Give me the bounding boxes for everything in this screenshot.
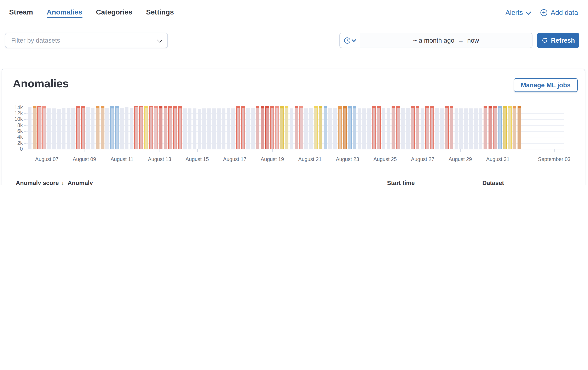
anomaly-histogram-bar[interactable]	[81, 106, 85, 149]
anomaly-histogram-bar[interactable]	[479, 106, 483, 149]
anomaly-histogram-bar[interactable]	[440, 106, 444, 149]
anomaly-histogram-bar[interactable]	[464, 106, 468, 149]
anomaly-histogram-bar[interactable]	[333, 106, 337, 149]
anomaly-histogram-bar[interactable]	[226, 106, 231, 149]
anomaly-histogram-bar[interactable]	[372, 106, 376, 149]
anomaly-histogram-bar[interactable]	[406, 106, 410, 149]
anomaly-histogram-bar[interactable]	[66, 106, 70, 149]
date-range-field[interactable]: ~ a month ago → now	[360, 33, 532, 48]
anomaly-histogram-bar[interactable]	[270, 106, 274, 149]
anomaly-histogram-bar[interactable]	[236, 106, 240, 149]
anomaly-histogram-bar[interactable]	[396, 106, 400, 149]
add-data-button[interactable]: Add data	[540, 9, 578, 16]
anomaly-histogram-bar[interactable]	[144, 106, 148, 149]
anomaly-histogram-bar[interactable]	[469, 106, 473, 149]
anomaly-histogram-bar[interactable]	[178, 106, 182, 149]
anomaly-histogram-bar[interactable]	[299, 106, 303, 149]
anomaly-histogram-bar[interactable]	[57, 106, 61, 149]
manage-ml-jobs-button[interactable]: Manage ML jobs	[514, 78, 578, 92]
refresh-button[interactable]: Refresh	[537, 33, 579, 48]
tab-settings[interactable]: Settings	[146, 0, 174, 25]
anomaly-histogram-bar[interactable]	[32, 106, 36, 149]
anomaly-histogram-bar[interactable]	[86, 106, 90, 149]
anomaly-histogram-bar[interactable]	[294, 106, 298, 149]
anomaly-histogram-bar[interactable]	[125, 106, 129, 149]
anomaly-histogram-bar[interactable]	[110, 106, 114, 149]
anomaly-histogram-bar[interactable]	[488, 106, 492, 149]
anomaly-histogram-bar[interactable]	[323, 106, 327, 149]
anomaly-histogram-bar[interactable]	[435, 106, 439, 149]
anomaly-histogram-bar[interactable]	[280, 106, 284, 149]
anomaly-histogram-bar[interactable]	[503, 106, 507, 149]
anomaly-histogram-bar[interactable]	[508, 106, 512, 149]
anomaly-histogram-bar[interactable]	[261, 106, 264, 149]
anomaly-histogram-bar[interactable]	[483, 106, 487, 149]
anomaly-histogram-bar[interactable]	[139, 106, 143, 149]
anomaly-histogram-bar[interactable]	[343, 106, 347, 149]
anomaly-histogram-bar[interactable]	[387, 106, 390, 149]
anomaly-histogram-bar[interactable]	[362, 106, 366, 149]
anomaly-histogram-bar[interactable]	[391, 106, 395, 149]
anomaly-histogram-bar[interactable]	[348, 106, 352, 149]
date-range-start[interactable]: ~ a month ago	[413, 37, 454, 44]
anomaly-histogram-bar[interactable]	[401, 106, 405, 149]
anomaly-histogram-bar[interactable]	[96, 106, 100, 149]
anomaly-histogram-bar[interactable]	[445, 106, 449, 149]
anomaly-histogram-bar[interactable]	[246, 106, 250, 149]
tab-stream[interactable]: Stream	[9, 0, 33, 25]
date-range-end[interactable]: now	[467, 37, 479, 44]
anomaly-histogram-bar[interactable]	[212, 106, 216, 149]
quick-select-button[interactable]	[340, 33, 360, 48]
column-header-anomaly-score[interactable]: Anomaly score ↓	[12, 180, 64, 185]
anomaly-histogram-bar[interactable]	[275, 106, 279, 149]
anomaly-histogram-bar[interactable]	[217, 106, 221, 149]
anomaly-histogram-bar[interactable]	[72, 106, 75, 149]
anomaly-histogram-bar[interactable]	[129, 106, 133, 149]
anomaly-histogram-bar[interactable]	[285, 106, 289, 149]
anomaly-histogram-bar[interactable]	[105, 106, 109, 149]
anomaly-histogram-bar[interactable]	[222, 106, 226, 149]
anomaly-histogram-bar[interactable]	[517, 106, 521, 149]
anomaly-histogram-bar[interactable]	[251, 106, 255, 149]
anomaly-histogram-bar[interactable]	[62, 106, 66, 149]
anomaly-histogram-bar[interactable]	[256, 106, 260, 149]
anomaly-histogram-bar[interactable]	[202, 106, 206, 149]
anomaly-histogram-bar[interactable]	[459, 106, 463, 149]
anomaly-histogram-bar[interactable]	[411, 106, 415, 149]
anomaly-histogram-bar[interactable]	[454, 106, 458, 149]
anomaly-histogram-bar[interactable]	[450, 106, 453, 149]
anomaly-histogram-bar[interactable]	[319, 106, 323, 149]
anomaly-histogram-bar[interactable]	[159, 106, 163, 149]
anomaly-histogram-bar[interactable]	[367, 106, 371, 149]
anomaly-histogram-bar[interactable]	[101, 106, 105, 149]
anomaly-histogram-bar[interactable]	[513, 106, 516, 149]
anomaly-histogram-bar[interactable]	[149, 106, 153, 149]
anomaly-histogram-bar[interactable]	[231, 106, 235, 149]
anomaly-histogram-bar[interactable]	[309, 106, 313, 149]
anomaly-histogram-bar[interactable]	[328, 106, 332, 149]
anomaly-histogram-bar[interactable]	[304, 106, 308, 149]
anomaly-histogram-bar[interactable]	[76, 106, 80, 149]
anomaly-histogram-bar[interactable]	[193, 106, 197, 149]
anomaly-histogram-bar[interactable]	[338, 106, 342, 149]
anomaly-histogram-bar[interactable]	[42, 106, 46, 149]
anomaly-histogram-bar[interactable]	[163, 106, 168, 149]
anomaly-histogram-bar[interactable]	[120, 106, 124, 149]
anomaly-histogram-bar[interactable]	[420, 106, 424, 149]
anomaly-histogram-bar[interactable]	[377, 106, 381, 149]
anomaly-histogram-bar[interactable]	[168, 106, 172, 149]
dataset-filter-select[interactable]: Filter by datasets	[5, 33, 168, 48]
anomaly-histogram-bar[interactable]	[188, 106, 192, 149]
anomaly-histogram-bar[interactable]	[416, 106, 420, 149]
anomaly-histogram-bar[interactable]	[52, 106, 56, 149]
anomaly-histogram-bar[interactable]	[493, 106, 497, 149]
anomaly-histogram-bar[interactable]	[353, 106, 357, 149]
tab-anomalies[interactable]: Anomalies	[47, 0, 82, 25]
anomaly-histogram-bar[interactable]	[314, 106, 318, 149]
anomaly-histogram-bar[interactable]	[207, 106, 211, 149]
anomaly-histogram-bar[interactable]	[474, 106, 478, 149]
anomaly-histogram-bar[interactable]	[290, 106, 294, 149]
anomaly-histogram-bar[interactable]	[173, 106, 177, 149]
anomaly-histogram-bar[interactable]	[115, 106, 119, 149]
alerts-menu-button[interactable]: Alerts	[505, 9, 530, 16]
